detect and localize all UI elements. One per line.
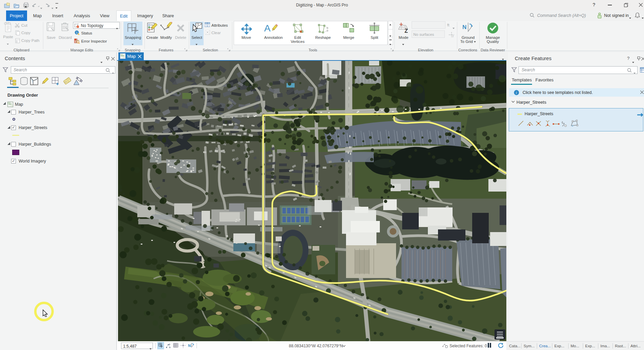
svg-text:N: N xyxy=(188,344,191,348)
svg-text:N: N xyxy=(462,24,466,30)
svg-text:i: i xyxy=(516,91,517,95)
svg-text:z: z xyxy=(452,34,454,38)
svg-text:Z: Z xyxy=(405,28,408,33)
svg-text:A: A xyxy=(264,23,271,33)
